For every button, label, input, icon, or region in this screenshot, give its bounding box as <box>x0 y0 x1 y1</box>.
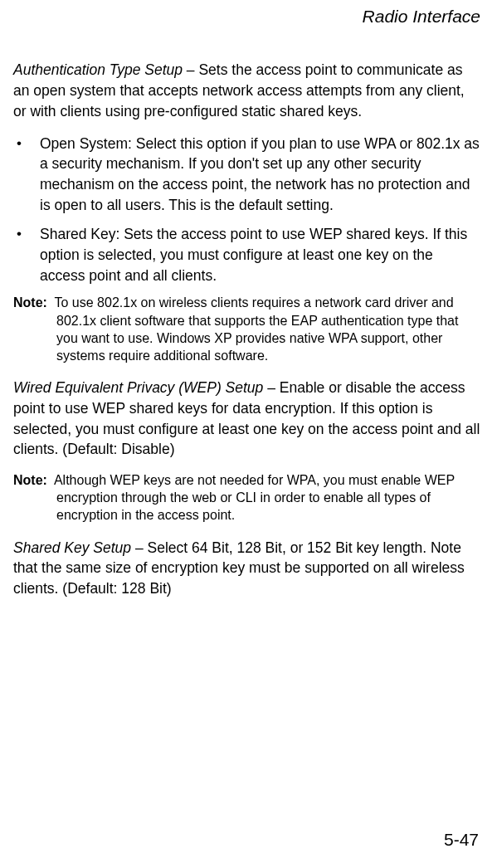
sharedkey-para: Shared Key Setup – Select 64 Bit, 128 Bi… <box>13 538 480 600</box>
auth-bullet-list: Open System: Select this option if you p… <box>13 134 480 286</box>
page-number-text: 5-47 <box>444 830 479 849</box>
wep-lead: Wired Equivalent Privacy (WEP) Setup <box>13 379 263 396</box>
note-2-text: Although WEP keys are not needed for WPA… <box>54 473 455 522</box>
page-header: Radio Interface <box>13 7 480 27</box>
wep-para: Wired Equivalent Privacy (WEP) Setup – E… <box>13 378 480 460</box>
sharedkey-lead: Shared Key Setup <box>13 539 131 556</box>
note-1-text: To use 802.1x on wireless clients requir… <box>55 295 459 362</box>
list-item: Open System: Select this option if you p… <box>13 134 480 216</box>
header-title: Radio Interface <box>363 7 480 26</box>
note-1: Note: To use 802.1x on wireless clients … <box>13 294 480 363</box>
list-item: Shared Key: Sets the access point to use… <box>13 224 480 286</box>
note-2-label: Note: <box>13 473 47 487</box>
auth-type-lead: Authentication Type Setup <box>13 61 183 78</box>
auth-type-para: Authentication Type Setup – Sets the acc… <box>13 60 480 122</box>
page-number: 5-47 <box>444 830 479 850</box>
bullet-text-1: Shared Key: Sets the access point to use… <box>40 226 467 284</box>
note-2: Note: Although WEP keys are not needed f… <box>13 471 480 524</box>
bullet-text-0: Open System: Select this option if you p… <box>40 135 480 214</box>
page-content: Authentication Type Setup – Sets the acc… <box>13 60 480 599</box>
note-1-label: Note: <box>13 295 47 310</box>
